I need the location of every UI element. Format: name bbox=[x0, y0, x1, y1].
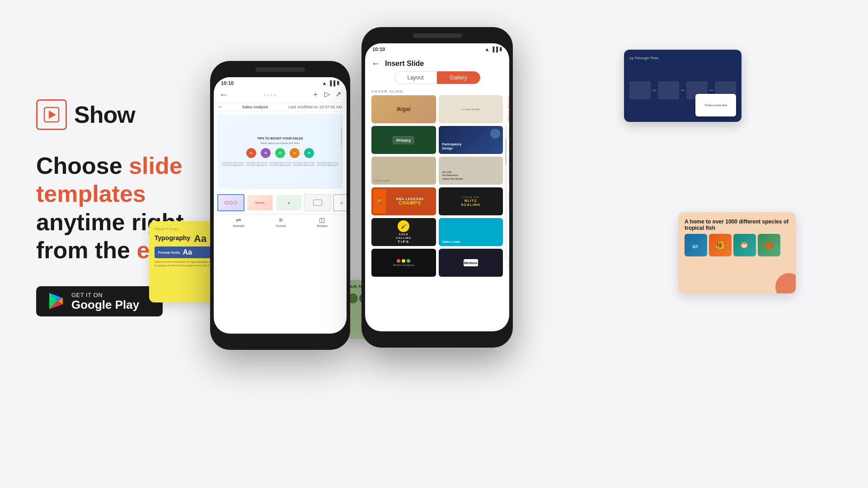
fish-blue-img: 🐟 bbox=[685, 234, 707, 256]
flow-node-5: 05 bbox=[304, 148, 314, 158]
ikigai-text: Ikigai bbox=[397, 106, 411, 112]
flow-node-1: 01 bbox=[246, 148, 256, 158]
th-circle-3 bbox=[234, 201, 237, 204]
nba-text-area: NBA LESSONS CHAMPS bbox=[396, 197, 424, 205]
timeline-line-1 bbox=[652, 90, 656, 91]
th-circle-1 bbox=[225, 201, 228, 204]
thumb-1-content bbox=[223, 200, 239, 206]
cover-slide-label: COVER SLIDE bbox=[365, 88, 509, 95]
flow-desc-3: Lorem ipsum dolor sit amet consectetur a… bbox=[269, 162, 291, 166]
phone-1-slide-count: · · · · bbox=[228, 91, 312, 98]
slide-inner: TIPS TO BOOST YOUR SALES Below, please t… bbox=[217, 114, 343, 189]
typo-aa-display: Aa bbox=[194, 233, 206, 245]
phone-mockup-1: 10:10 ▲ ▐▐ ▮ ← · · · · ＋ ▷ ↗ ✏ Sales Ana… bbox=[210, 61, 350, 350]
flow-desc-5: Lorem ipsum dolor sit amet consectetur a… bbox=[317, 162, 338, 166]
phone-1-slide-title-bar: ✏ Sales Analysis Last modified on 10:37:… bbox=[214, 103, 347, 112]
battery-icon: ▮ bbox=[337, 80, 339, 86]
thumb-2[interactable]: Tutorials bbox=[246, 194, 273, 211]
gallery-item-blitz[interactable]: A PLAN FOR BLITZSCALING bbox=[439, 187, 503, 215]
play-logo-svg bbox=[43, 107, 60, 123]
journey-white-card: Timeline content detail bbox=[695, 94, 736, 116]
thumb-1[interactable] bbox=[217, 194, 244, 211]
flow-node-3: 03 bbox=[275, 148, 285, 158]
fish-orange-img: 🐠 bbox=[709, 234, 732, 256]
cold-tips-circle: 🎤 bbox=[398, 220, 409, 232]
gallery-item-sales-leads[interactable]: Sales Leads bbox=[439, 218, 503, 246]
gallery-item-participatory[interactable]: ParticipatoryDesign 👤 bbox=[439, 126, 503, 154]
nba-lessons-text: NBA LESSONS bbox=[396, 197, 424, 200]
privacy-badge: Privacy bbox=[393, 136, 414, 144]
fish-card-decoration bbox=[775, 273, 796, 293]
flow-arrow-3: → bbox=[286, 152, 289, 154]
gallery-scroll-track bbox=[505, 125, 507, 260]
image-slide-section: 🏃 NBA LESSONS CHAMPS A PLAN FOR BLITZSCA… bbox=[365, 186, 509, 215]
phone-1-time: 10:10 bbox=[221, 80, 234, 86]
thumb-2-inner: Tutorials bbox=[247, 195, 272, 210]
play-store-icon bbox=[47, 292, 65, 310]
gallery-item-art-arch[interactable]: Art andArchitectureunder the Globe bbox=[439, 157, 503, 185]
typo-section-label: PRACTICAL bbox=[155, 227, 179, 231]
flow-desc-2: Lorem ipsum dolor sit amet consectetur a… bbox=[245, 162, 267, 166]
cover-side-label: COVER SLIDE bbox=[507, 96, 509, 123]
dot-2 bbox=[402, 259, 405, 263]
add-icon[interactable]: ＋ bbox=[312, 90, 319, 99]
nav-review-label: Review bbox=[317, 224, 328, 228]
tab-layout[interactable]: Layout bbox=[394, 71, 436, 84]
gallery-item-motion[interactable]: Motion Designing bbox=[371, 249, 436, 277]
nav-format[interactable]: ≡ Format bbox=[276, 216, 286, 228]
phone-2-status-icons: ▲ ▐▐ ▮ bbox=[485, 46, 502, 52]
insert-slide-header: ← Insert Slide bbox=[365, 54, 509, 71]
tab-gallery[interactable]: Gallery bbox=[437, 71, 480, 84]
flow-arrow-2: → bbox=[272, 152, 274, 154]
insert-back-button[interactable]: ← bbox=[371, 58, 380, 69]
thumb-3[interactable]: ▦ bbox=[275, 194, 302, 211]
thumb-add-button[interactable]: + bbox=[333, 194, 347, 211]
content-slide-grid: Privacy ParticipatoryDesign 👤 CONTENT SL… bbox=[365, 125, 509, 154]
phone-1-slide-name: Sales Analysis bbox=[242, 105, 268, 109]
gallery-item-privacy[interactable]: Privacy bbox=[371, 126, 436, 154]
phone-1-last-modified: Last modified on 10:37:42 AM bbox=[288, 105, 342, 109]
nba-champs-text: CHAMPS bbox=[396, 200, 424, 205]
fish-teal-img: 🐡 bbox=[733, 234, 756, 256]
nba-player-icon: 🏃 bbox=[375, 197, 384, 206]
nav-review[interactable]: ◫ Review bbox=[317, 216, 328, 228]
blank-slide-icon bbox=[313, 200, 322, 206]
gallery-item-arch-1[interactable]: a walk in nature bbox=[371, 157, 436, 185]
phone2-signal-icon: ▐▐ bbox=[491, 46, 498, 52]
share-icon[interactable]: ↗ bbox=[335, 90, 341, 99]
app-name: Show bbox=[74, 101, 135, 128]
timeline-item-1 bbox=[629, 81, 651, 99]
arch-1-inner: a walk in nature bbox=[371, 157, 436, 185]
motion-inner: Motion Designing bbox=[371, 249, 436, 277]
phone-1-back-icon[interactable]: ← bbox=[219, 89, 228, 100]
slide-main-subtitle: Below, please type improve your Sales bbox=[261, 142, 300, 144]
image-slide-grid-2: 🎤 COLDCALLING TIPS Sales Leads bbox=[365, 217, 509, 246]
cold-calling-text: COLDCALLING bbox=[396, 233, 411, 239]
flow-descriptions: Lorem ipsum dolor sit amet consectetur a… bbox=[222, 162, 338, 166]
gallery-item-ikigai[interactable]: Ikigai bbox=[371, 95, 436, 123]
quote-section: Motion Designing Medium QUOTE bbox=[365, 248, 509, 277]
cover-slide-grid: Ikigai a magic garden COVER SLIDE bbox=[365, 95, 509, 123]
nav-format-label: Format bbox=[276, 224, 286, 228]
play-icon[interactable]: ▷ bbox=[324, 90, 330, 99]
phone-2-notch bbox=[413, 33, 462, 38]
nav-animate[interactable]: ⇌ Animate bbox=[233, 216, 245, 228]
timeline-line-2 bbox=[681, 90, 685, 91]
phone-1-topbar: ← · · · · ＋ ▷ ↗ bbox=[214, 88, 347, 103]
flow-arrow-1: → bbox=[257, 152, 260, 154]
gallery-item-cold-tips[interactable]: 🎤 COLDCALLING TIPS bbox=[371, 218, 436, 246]
phone-1-main-slide: TIPS TO BOOST YOUR SALES Below, please t… bbox=[217, 114, 343, 189]
phone-1-thumbnail-strip: Tutorials ▦ + bbox=[214, 191, 347, 214]
timeline-line-3 bbox=[709, 90, 713, 91]
google-play-badge[interactable]: GET IT ON Google Play bbox=[36, 286, 163, 317]
participatory-person-icon: 👤 bbox=[493, 131, 498, 136]
image-slide-grid: 🏃 NBA LESSONS CHAMPS A PLAN FOR BLITZSCA… bbox=[365, 186, 509, 215]
thumb-blank[interactable] bbox=[304, 194, 331, 211]
gallery-item-medium[interactable]: Medium bbox=[439, 249, 503, 277]
gallery-item-nba[interactable]: 🏃 NBA LESSONS CHAMPS bbox=[371, 187, 436, 215]
nba-inner: 🏃 NBA LESSONS CHAMPS bbox=[371, 187, 436, 215]
gallery-item-magic-garden[interactable]: a magic garden bbox=[439, 95, 503, 123]
fish-float-card: A home to over 1000 different species of… bbox=[678, 212, 796, 293]
quote-side-label: QUOTE bbox=[508, 257, 509, 268]
journey-title: ey Through Time bbox=[629, 55, 736, 60]
